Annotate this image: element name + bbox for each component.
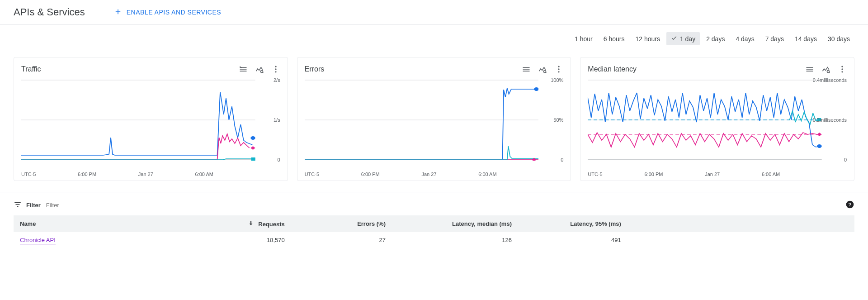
- errors-card: Errors: [297, 57, 571, 181]
- page-header: APIs & Services ENABLE APIS AND SERVICES: [0, 0, 868, 25]
- more-options-icon[interactable]: [554, 65, 563, 74]
- sort-descending-icon: [248, 221, 256, 228]
- legend-toggle-icon[interactable]: [522, 65, 531, 74]
- svg-rect-8: [251, 157, 255, 161]
- filter-label: Filter: [26, 202, 41, 209]
- svg-point-7: [250, 136, 255, 140]
- col-name[interactable]: Name: [14, 215, 207, 232]
- svg-point-3: [275, 71, 276, 72]
- cell-latency-p95: 491: [518, 232, 627, 248]
- api-table-section: Filter ? Name Requests Errors (%) Latenc…: [0, 192, 868, 253]
- svg-point-11: [558, 68, 560, 70]
- enable-apis-label: ENABLE APIS AND SERVICES: [127, 9, 221, 16]
- x-tz: UTC-5: [305, 171, 319, 177]
- traffic-x-axis: UTC-5 6:00 PM Jan 27 6:00 AM: [21, 170, 280, 177]
- svg-point-18: [841, 66, 843, 67]
- x-tick: Jan 27: [705, 171, 720, 177]
- x-tz: UTC-5: [588, 171, 602, 177]
- col-requests[interactable]: Requests: [207, 215, 291, 232]
- col-errors[interactable]: Errors (%): [291, 215, 392, 232]
- errors-ytick-1: 50%: [553, 117, 563, 123]
- x-tick: 6:00 AM: [762, 171, 780, 177]
- svg-point-10: [558, 66, 560, 67]
- page-title: APIs & Services: [14, 6, 85, 18]
- cell-requests: 18,570: [207, 232, 291, 248]
- x-tick: 6:00 PM: [361, 171, 380, 177]
- time-range-14-days[interactable]: 14 days: [790, 32, 821, 45]
- explore-metrics-icon[interactable]: [255, 65, 264, 74]
- table-row: Chronicle API 18,570 27 126 491: [14, 232, 854, 248]
- time-range-1-day[interactable]: 1 day: [666, 32, 700, 45]
- time-range-1-hour[interactable]: 1 hour: [570, 32, 597, 45]
- errors-x-axis: UTC-5 6:00 PM Jan 27 6:00 AM: [305, 170, 564, 177]
- x-tick: 6:00 PM: [78, 171, 96, 177]
- latency-ytick-2: 0: [844, 157, 847, 162]
- svg-point-16: [534, 87, 538, 91]
- traffic-ytick-0: 2/s: [274, 77, 280, 83]
- time-range-2-days[interactable]: 2 days: [702, 32, 729, 45]
- x-tick: 6:00 PM: [644, 171, 663, 177]
- api-link-chronicle[interactable]: Chronicle API: [20, 237, 56, 244]
- errors-ytick-0: 100%: [551, 77, 563, 83]
- filter-icon[interactable]: [14, 200, 22, 210]
- latency-title: Median latency: [588, 65, 637, 73]
- latency-card: Median latency: [580, 57, 854, 181]
- traffic-card: Traffic: [14, 57, 288, 181]
- latency-ytick-1: 0.2milliseconds: [813, 117, 847, 123]
- errors-title: Errors: [305, 65, 325, 73]
- errors-ytick-2: 0: [561, 157, 563, 162]
- legend-toggle-icon[interactable]: [805, 65, 814, 74]
- explore-metrics-icon[interactable]: [821, 65, 830, 74]
- latency-chart[interactable]: 0.4milliseconds 0.2milliseconds 0: [588, 79, 847, 170]
- cell-latency-median: 126: [392, 232, 518, 248]
- svg-point-20: [841, 71, 843, 72]
- x-tick: 6:00 AM: [478, 171, 496, 177]
- charts-row: Traffic: [0, 50, 868, 185]
- check-icon: [671, 35, 677, 43]
- x-tick: Jan 27: [421, 171, 436, 177]
- latency-x-axis: UTC-5 6:00 PM Jan 27 6:00 AM: [588, 170, 847, 177]
- traffic-chart[interactable]: 2/s 1/s 0: [21, 79, 280, 170]
- svg-text:?: ?: [848, 201, 851, 207]
- traffic-ytick-2: 0: [278, 157, 280, 162]
- errors-chart[interactable]: 100% 50% 0: [305, 79, 564, 170]
- svg-point-12: [558, 71, 560, 72]
- legend-toggle-icon[interactable]: [239, 65, 248, 74]
- time-range-4-days[interactable]: 4 days: [731, 32, 759, 45]
- svg-point-2: [275, 68, 276, 70]
- time-range-7-days[interactable]: 7 days: [761, 32, 788, 45]
- help-icon[interactable]: ?: [845, 200, 854, 210]
- time-range-6-hours[interactable]: 6 hours: [599, 32, 629, 45]
- svg-point-19: [841, 68, 843, 70]
- plus-icon: [114, 8, 122, 17]
- time-range-1-day-label: 1 day: [680, 35, 695, 43]
- more-options-icon[interactable]: [271, 65, 280, 74]
- col-latency-median[interactable]: Latency, median (ms): [392, 215, 518, 232]
- x-tick: 6:00 AM: [195, 171, 213, 177]
- explore-metrics-icon[interactable]: [538, 65, 547, 74]
- time-range-12-hours[interactable]: 12 hours: [631, 32, 664, 45]
- cell-errors: 27: [291, 232, 392, 248]
- col-requests-label: Requests: [258, 221, 285, 228]
- api-table: Name Requests Errors (%) Latency, median…: [14, 215, 854, 248]
- traffic-title: Traffic: [21, 65, 41, 73]
- x-tz: UTC-5: [21, 171, 36, 177]
- col-latency-p95[interactable]: Latency, 95% (ms): [518, 215, 627, 232]
- time-range-30-days[interactable]: 30 days: [823, 32, 854, 45]
- more-options-icon[interactable]: [838, 65, 847, 74]
- enable-apis-button[interactable]: ENABLE APIS AND SERVICES: [114, 8, 221, 17]
- time-range-selector: 1 hour 6 hours 12 hours 1 day 2 days 4 d…: [0, 25, 868, 50]
- x-tick: Jan 27: [138, 171, 153, 177]
- latency-ytick-0: 0.4milliseconds: [813, 77, 847, 83]
- filter-bar: Filter ?: [14, 198, 854, 213]
- filter-input[interactable]: [45, 201, 854, 209]
- traffic-ytick-1: 1/s: [274, 117, 280, 123]
- svg-point-1: [275, 66, 276, 67]
